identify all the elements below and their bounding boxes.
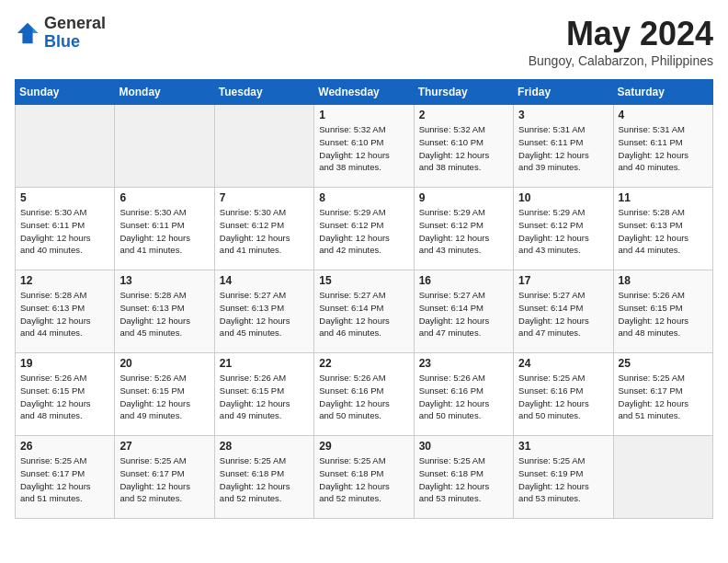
month-title: May 2024: [529, 15, 713, 53]
day-number: 16: [419, 274, 508, 287]
calendar-cell: 31Sunrise: 5:25 AMSunset: 6:19 PMDayligh…: [514, 436, 613, 519]
calendar-cell: 3Sunrise: 5:31 AMSunset: 6:11 PMDaylight…: [514, 105, 613, 188]
day-info: Sunrise: 5:29 AMSunset: 6:12 PMDaylight:…: [518, 206, 608, 257]
day-number: 5: [20, 191, 109, 204]
day-info: Sunrise: 5:27 AMSunset: 6:13 PMDaylight:…: [220, 289, 309, 339]
calendar-cell: 5Sunrise: 5:30 AMSunset: 6:11 PMDaylight…: [16, 188, 115, 270]
calendar-cell: 10Sunrise: 5:29 AMSunset: 6:12 PMDayligh…: [514, 188, 613, 270]
calendar-table: SundayMondayTuesdayWednesdayThursdayFrid…: [15, 79, 713, 519]
day-info: Sunrise: 5:29 AMSunset: 6:12 PMDaylight:…: [319, 206, 408, 257]
day-info: Sunrise: 5:27 AMSunset: 6:14 PMDaylight:…: [419, 289, 508, 339]
day-info: Sunrise: 5:26 AMSunset: 6:15 PMDaylight:…: [619, 289, 708, 339]
day-number: 25: [619, 357, 708, 370]
calendar-cell: 8Sunrise: 5:29 AMSunset: 6:12 PMDaylight…: [314, 188, 414, 270]
day-number: 15: [319, 274, 408, 287]
day-number: 3: [518, 109, 608, 121]
day-info: Sunrise: 5:28 AMSunset: 6:13 PMDaylight:…: [20, 289, 109, 339]
weekday-header: Saturday: [613, 80, 712, 105]
calendar-cell: 26Sunrise: 5:25 AMSunset: 6:17 PMDayligh…: [16, 436, 115, 519]
calendar-cell: 29Sunrise: 5:25 AMSunset: 6:18 PMDayligh…: [314, 436, 414, 519]
calendar-cell: 6Sunrise: 5:30 AMSunset: 6:11 PMDaylight…: [115, 188, 214, 270]
day-number: 28: [220, 440, 309, 453]
calendar-cell: 25Sunrise: 5:25 AMSunset: 6:17 PMDayligh…: [613, 353, 712, 436]
weekday-header: Sunday: [16, 80, 115, 105]
day-number: 12: [20, 274, 109, 287]
calendar-cell: 2Sunrise: 5:32 AMSunset: 6:10 PMDaylight…: [414, 105, 513, 188]
day-info: Sunrise: 5:25 AMSunset: 6:17 PMDaylight:…: [20, 454, 109, 505]
day-number: 13: [119, 274, 209, 287]
day-number: 4: [619, 109, 708, 121]
day-info: Sunrise: 5:25 AMSunset: 6:17 PMDaylight:…: [619, 372, 708, 422]
calendar-cell: 4Sunrise: 5:31 AMSunset: 6:11 PMDaylight…: [613, 105, 712, 188]
day-info: Sunrise: 5:32 AMSunset: 6:10 PMDaylight:…: [419, 123, 508, 174]
title-block: May 2024 Bungoy, Calabarzon, Philippines: [529, 15, 713, 68]
day-number: 6: [119, 191, 209, 204]
calendar-cell: 28Sunrise: 5:25 AMSunset: 6:18 PMDayligh…: [214, 436, 313, 519]
calendar-cell: [16, 105, 115, 188]
day-number: 8: [319, 191, 408, 204]
day-number: 22: [319, 357, 408, 370]
day-number: 26: [20, 440, 109, 453]
day-number: 18: [619, 274, 708, 287]
calendar-week-row: 1Sunrise: 5:32 AMSunset: 6:10 PMDaylight…: [16, 105, 713, 188]
calendar-cell: 14Sunrise: 5:27 AMSunset: 6:13 PMDayligh…: [214, 270, 313, 353]
day-number: 31: [518, 440, 608, 453]
day-info: Sunrise: 5:25 AMSunset: 6:19 PMDaylight:…: [518, 454, 608, 505]
logo: General Blue: [15, 15, 106, 52]
weekday-header: Wednesday: [314, 80, 414, 105]
weekday-header: Tuesday: [214, 80, 313, 105]
day-info: Sunrise: 5:31 AMSunset: 6:11 PMDaylight:…: [518, 123, 608, 174]
day-info: Sunrise: 5:31 AMSunset: 6:11 PMDaylight:…: [619, 123, 708, 174]
calendar-cell: 15Sunrise: 5:27 AMSunset: 6:14 PMDayligh…: [314, 270, 414, 353]
day-number: 30: [419, 440, 508, 453]
day-info: Sunrise: 5:25 AMSunset: 6:18 PMDaylight:…: [220, 454, 309, 505]
location-subtitle: Bungoy, Calabarzon, Philippines: [529, 53, 713, 68]
day-info: Sunrise: 5:25 AMSunset: 6:18 PMDaylight:…: [319, 454, 408, 505]
calendar-cell: 23Sunrise: 5:26 AMSunset: 6:16 PMDayligh…: [414, 353, 513, 436]
page-header: General Blue May 2024 Bungoy, Calabarzon…: [15, 15, 713, 68]
calendar-cell: 13Sunrise: 5:28 AMSunset: 6:13 PMDayligh…: [115, 270, 214, 353]
day-info: Sunrise: 5:28 AMSunset: 6:13 PMDaylight:…: [119, 289, 209, 339]
day-number: 21: [220, 357, 309, 370]
calendar-cell: 19Sunrise: 5:26 AMSunset: 6:15 PMDayligh…: [16, 353, 115, 436]
calendar-week-row: 26Sunrise: 5:25 AMSunset: 6:17 PMDayligh…: [16, 436, 713, 519]
calendar-cell: 21Sunrise: 5:26 AMSunset: 6:15 PMDayligh…: [214, 353, 313, 436]
calendar-cell: 12Sunrise: 5:28 AMSunset: 6:13 PMDayligh…: [16, 270, 115, 353]
day-number: 7: [220, 191, 309, 204]
calendar-cell: 20Sunrise: 5:26 AMSunset: 6:15 PMDayligh…: [115, 353, 214, 436]
day-info: Sunrise: 5:30 AMSunset: 6:12 PMDaylight:…: [220, 206, 309, 257]
calendar-week-row: 12Sunrise: 5:28 AMSunset: 6:13 PMDayligh…: [16, 270, 713, 353]
day-info: Sunrise: 5:27 AMSunset: 6:14 PMDaylight:…: [319, 289, 408, 339]
day-number: 29: [319, 440, 408, 453]
calendar-week-row: 19Sunrise: 5:26 AMSunset: 6:15 PMDayligh…: [16, 353, 713, 436]
day-number: 1: [319, 109, 408, 121]
day-info: Sunrise: 5:25 AMSunset: 6:16 PMDaylight:…: [518, 372, 608, 422]
calendar-week-row: 5Sunrise: 5:30 AMSunset: 6:11 PMDaylight…: [16, 188, 713, 270]
calendar-cell: 30Sunrise: 5:25 AMSunset: 6:18 PMDayligh…: [414, 436, 513, 519]
logo-general-text: General: [44, 14, 106, 32]
day-info: Sunrise: 5:30 AMSunset: 6:11 PMDaylight:…: [119, 206, 209, 257]
calendar-cell: 24Sunrise: 5:25 AMSunset: 6:16 PMDayligh…: [514, 353, 613, 436]
calendar-cell: 17Sunrise: 5:27 AMSunset: 6:14 PMDayligh…: [514, 270, 613, 353]
day-number: 27: [119, 440, 209, 453]
day-info: Sunrise: 5:28 AMSunset: 6:13 PMDaylight:…: [619, 206, 708, 257]
calendar-cell: 18Sunrise: 5:26 AMSunset: 6:15 PMDayligh…: [613, 270, 712, 353]
logo-blue-text: Blue: [44, 32, 80, 51]
calendar-cell: 9Sunrise: 5:29 AMSunset: 6:12 PMDaylight…: [414, 188, 513, 270]
day-number: 17: [518, 274, 608, 287]
calendar-cell: 22Sunrise: 5:26 AMSunset: 6:16 PMDayligh…: [314, 353, 414, 436]
calendar-cell: 7Sunrise: 5:30 AMSunset: 6:12 PMDaylight…: [214, 188, 313, 270]
day-info: Sunrise: 5:26 AMSunset: 6:16 PMDaylight:…: [319, 372, 408, 422]
weekday-header: Monday: [115, 80, 214, 105]
day-number: 14: [220, 274, 309, 287]
calendar-cell: 11Sunrise: 5:28 AMSunset: 6:13 PMDayligh…: [613, 188, 712, 270]
day-number: 10: [518, 191, 608, 204]
day-info: Sunrise: 5:26 AMSunset: 6:16 PMDaylight:…: [419, 372, 508, 422]
calendar-cell: 1Sunrise: 5:32 AMSunset: 6:10 PMDaylight…: [314, 105, 414, 188]
day-info: Sunrise: 5:32 AMSunset: 6:10 PMDaylight:…: [319, 123, 408, 174]
day-info: Sunrise: 5:26 AMSunset: 6:15 PMDaylight:…: [220, 372, 309, 422]
logo-icon: [15, 20, 40, 46]
calendar-cell: 16Sunrise: 5:27 AMSunset: 6:14 PMDayligh…: [414, 270, 513, 353]
calendar-cell: [115, 105, 214, 188]
day-info: Sunrise: 5:27 AMSunset: 6:14 PMDaylight:…: [518, 289, 608, 339]
